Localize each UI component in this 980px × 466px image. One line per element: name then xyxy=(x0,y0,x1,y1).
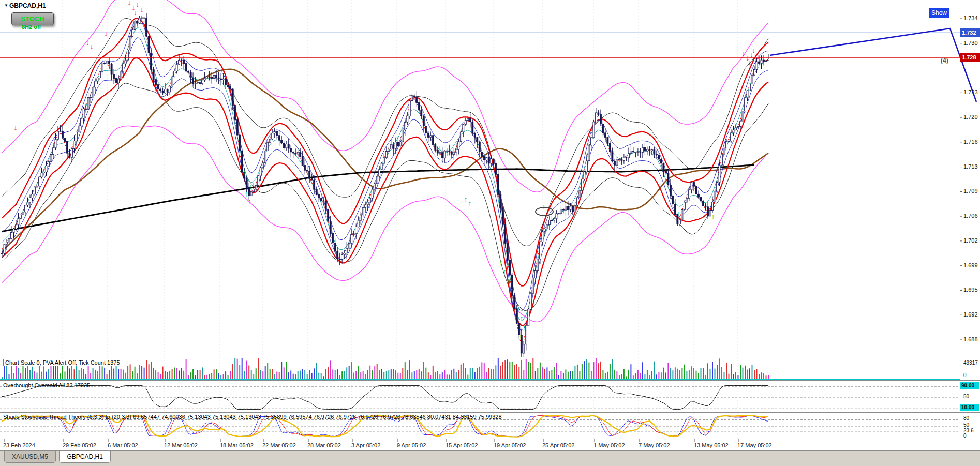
svg-text:↑: ↑ xyxy=(510,286,514,294)
time-axis-label: 29 Feb 05:02 xyxy=(63,442,96,448)
price-tick-label: 1.688 xyxy=(963,336,978,342)
tab-gbpcad-h1[interactable]: GBPCAD,H1 xyxy=(59,451,110,463)
svg-text:↑: ↑ xyxy=(507,277,510,285)
svg-text:↑: ↑ xyxy=(708,207,711,216)
svg-text:↑: ↑ xyxy=(503,267,507,276)
time-axis-label: 9 Apr 05:02 xyxy=(397,442,426,448)
tab-xauusd-m5[interactable]: XAUUSD,M5 xyxy=(4,451,56,463)
time-axis-label: 23 Feb 2024 xyxy=(3,442,35,448)
chart-canvas[interactable]: ↑↑↑↑↑↑↑↑↑↑↑↑↑↑↑↑↑↑↑↑↑↑↑↓↓↓↓↓↓↓↓↓↓↓↓↓↓↓↓(… xyxy=(0,0,980,466)
stochastic-level-label: 80 xyxy=(963,415,969,421)
price-tick-label: 1.720 xyxy=(963,114,978,120)
stochastic-level-label: 50 xyxy=(963,422,969,428)
volume-scale-max: 43317 xyxy=(963,360,978,366)
stochastic-pane-title: Shads Stochastic Thread Theory (6,3,3) t… xyxy=(3,414,502,420)
svg-text:↑: ↑ xyxy=(711,213,715,221)
svg-text:↓: ↓ xyxy=(756,52,760,61)
svg-text:↑: ↑ xyxy=(522,339,525,347)
time-axis-label: 28 Mar 05:02 xyxy=(307,442,341,448)
svg-text:↓: ↓ xyxy=(136,0,140,8)
svg-text:↓: ↓ xyxy=(752,46,756,54)
svg-text:↑: ↑ xyxy=(546,207,550,216)
svg-text:(4): (4) xyxy=(941,57,948,64)
oscillator-level-badge: 90.00 xyxy=(960,382,979,389)
svg-text:↓: ↓ xyxy=(742,49,746,57)
chart-symbol-label: ▼GBPCAD,H1 xyxy=(4,2,46,9)
svg-text:↑: ↑ xyxy=(243,168,246,176)
svg-text:↓: ↓ xyxy=(134,8,138,17)
price-badge-resistance: 1.732 xyxy=(960,28,980,37)
symbol-text: GBPCAD,H1 xyxy=(9,2,46,9)
time-axis-label: 19 Apr 05:02 xyxy=(494,442,526,448)
price-badge-current: 1.728 xyxy=(960,53,980,62)
price-tick-label: 1.706 xyxy=(963,213,978,219)
price-tick-label: 1.709 xyxy=(963,188,978,194)
symbol-dropdown-icon[interactable]: ▼ xyxy=(4,3,8,8)
mt4-window: ↑↑↑↑↑↑↑↑↑↑↑↑↑↑↑↑↑↑↑↑↑↑↑↓↓↓↓↓↓↓↓↓↓↓↓↓↓↓↓(… xyxy=(0,0,980,466)
svg-text:↑: ↑ xyxy=(499,258,503,266)
svg-text:↑: ↑ xyxy=(464,195,468,203)
svg-text:↓: ↓ xyxy=(86,38,90,47)
time-axis-label: 17 May 05:02 xyxy=(737,442,772,448)
svg-text:↑: ↑ xyxy=(677,209,680,218)
svg-text:↑: ↑ xyxy=(523,323,526,332)
volume-scale-min: 0 xyxy=(963,372,967,378)
chart-tab-bar: XAUUSD,M5 GBPCAD,H1 xyxy=(0,450,980,466)
stochastic-level-label: 0 xyxy=(963,433,967,439)
volume-pane-title: Chart Scale 0, PVA Alert Off, Tick Count… xyxy=(3,359,122,366)
svg-text:↑: ↑ xyxy=(514,296,517,304)
time-axis-label: 13 May 05:02 xyxy=(694,442,729,448)
time-axis-label: 6 Mar 05:02 xyxy=(108,442,138,448)
svg-text:↓: ↓ xyxy=(128,0,131,7)
time-axis-label: 18 Mar 05:02 xyxy=(220,442,254,448)
svg-text:↑: ↑ xyxy=(517,305,521,313)
price-tick-label: 1.695 xyxy=(963,287,978,293)
time-axis-label: 12 Mar 05:02 xyxy=(164,442,198,448)
price-tick-label: 1.702 xyxy=(963,237,978,244)
stoch-sub-label: 8H2 off xyxy=(22,24,41,30)
price-tick-label: 1.716 xyxy=(963,139,978,145)
svg-text:↓: ↓ xyxy=(90,42,94,51)
price-tick-label: 1.723 xyxy=(963,89,978,95)
oscillator-pane-title: Overbought Oversold All 82.17935 xyxy=(3,382,90,388)
time-axis-label: 1 May 05:02 xyxy=(593,442,625,448)
oscillator-level-badge: 10.00 xyxy=(960,404,979,411)
svg-text:↑: ↑ xyxy=(249,183,253,191)
price-tick-label: 1.713 xyxy=(963,163,978,170)
time-axis-label: 7 May 05:02 xyxy=(639,442,670,448)
svg-text:↓: ↓ xyxy=(105,29,108,38)
price-tick-label: 1.730 xyxy=(963,40,978,46)
svg-text:↑: ↑ xyxy=(542,203,546,211)
time-axis-label: 22 Mar 05:02 xyxy=(262,442,296,448)
price-tick-label: 1.699 xyxy=(963,262,978,268)
oscillator-level-label: 50 xyxy=(963,394,969,399)
svg-text:↓: ↓ xyxy=(748,58,752,67)
price-tick-label: 1.692 xyxy=(963,311,978,318)
svg-text:↑: ↑ xyxy=(248,197,251,205)
svg-text:↑: ↑ xyxy=(680,215,684,223)
price-tick-label: 1.734 xyxy=(963,15,978,21)
svg-text:↓: ↓ xyxy=(14,124,18,132)
show-button[interactable]: Show xyxy=(929,8,949,18)
svg-text:↑: ↑ xyxy=(468,199,472,207)
time-axis-label: 3 Apr 05:02 xyxy=(351,442,380,448)
time-axis-label: 25 Apr 05:02 xyxy=(542,442,574,448)
time-axis-label: 15 Apr 05:02 xyxy=(446,442,478,448)
svg-text:↑: ↑ xyxy=(520,314,524,322)
svg-text:↓: ↓ xyxy=(140,6,144,14)
